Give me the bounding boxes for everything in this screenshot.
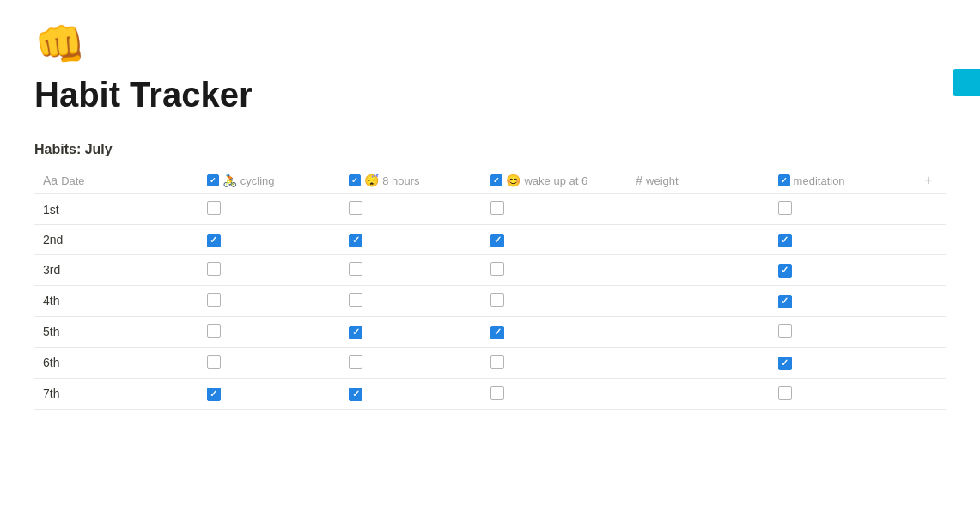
cell-hours-5[interactable] [340, 347, 482, 378]
col-header-cycling[interactable]: 🚴 cycling [198, 168, 340, 194]
checkbox-unchecked-meditation[interactable] [778, 201, 792, 215]
col-header-weight: # weight [627, 168, 769, 194]
cell-hours-3[interactable] [340, 285, 482, 316]
checkbox-unchecked-hours[interactable] [349, 293, 362, 307]
habit-tracker-table: Aa Date 🚴 cycling 😴 8 hours [34, 168, 946, 410]
cell-meditation-6[interactable] [770, 378, 911, 409]
cell-wake-1[interactable] [482, 225, 627, 255]
col-header-add[interactable]: + [911, 168, 946, 194]
cell-meditation-5[interactable] [770, 347, 911, 378]
table-header-row: Aa Date 🚴 cycling 😴 8 hours [34, 168, 946, 194]
checkbox-checked-hours[interactable] [349, 326, 362, 339]
checkbox-unchecked-cycling[interactable] [207, 293, 221, 307]
col-label-date: Date [61, 174, 84, 187]
col-checkbox-meditation[interactable] [778, 174, 790, 186]
cell-date-3: 4th [34, 285, 198, 316]
cell-weight-0[interactable] [627, 194, 769, 225]
checkbox-checked-meditation[interactable] [778, 357, 792, 370]
cell-weight-5[interactable] [627, 347, 769, 378]
cell-meditation-1[interactable] [770, 225, 911, 255]
cell-hours-0[interactable] [340, 194, 482, 225]
checkbox-checked-hours[interactable] [349, 234, 362, 247]
checkbox-unchecked-wake[interactable] [490, 262, 504, 276]
col-label-hours: 8 hours [382, 174, 419, 187]
checkbox-checked-meditation[interactable] [778, 234, 792, 247]
checkbox-unchecked-wake[interactable] [490, 293, 504, 307]
col-checkbox-wake[interactable] [490, 174, 502, 186]
cell-weight-4[interactable] [627, 316, 769, 347]
table-row: 7th [34, 378, 946, 409]
checkbox-checked-meditation[interactable] [778, 264, 792, 278]
cell-cycling-3[interactable] [198, 285, 340, 316]
cell-hours-2[interactable] [340, 254, 482, 285]
cell-wake-5[interactable] [482, 347, 627, 378]
checkbox-checked-meditation[interactable] [778, 295, 792, 308]
cell-wake-4[interactable] [482, 316, 627, 347]
cell-hours-6[interactable] [340, 378, 482, 409]
cell-wake-2[interactable] [482, 254, 627, 285]
cell-add-1 [911, 225, 946, 255]
cell-date-4: 5th [34, 316, 198, 347]
cell-date-5: 6th [34, 347, 198, 378]
checkbox-checked-wake[interactable] [490, 326, 504, 339]
table-row: 6th [34, 347, 946, 378]
cyan-side-button[interactable] [953, 69, 980, 96]
col-checkbox-cycling[interactable] [207, 174, 219, 186]
cell-wake-0[interactable] [482, 194, 627, 225]
cell-cycling-4[interactable] [198, 316, 340, 347]
col-checkbox-hours[interactable] [349, 174, 361, 186]
cell-meditation-0[interactable] [770, 194, 911, 225]
cell-cycling-2[interactable] [198, 254, 340, 285]
text-type-icon: Aa [43, 174, 58, 187]
cell-cycling-5[interactable] [198, 347, 340, 378]
cell-cycling-0[interactable] [198, 194, 340, 225]
checkbox-checked-cycling[interactable] [207, 388, 221, 401]
cell-cycling-6[interactable] [198, 378, 340, 409]
add-column-button[interactable]: + [924, 173, 932, 187]
col-label-meditation: meditation [794, 174, 845, 187]
cell-add-6 [911, 378, 946, 409]
checkbox-unchecked-cycling[interactable] [207, 324, 221, 338]
cell-meditation-2[interactable] [770, 254, 911, 285]
checkbox-unchecked-wake[interactable] [490, 355, 504, 369]
cell-weight-3[interactable] [627, 285, 769, 316]
checkbox-unchecked-hours[interactable] [349, 355, 362, 369]
cell-weight-2[interactable] [627, 254, 769, 285]
cell-add-3 [911, 285, 946, 316]
cell-add-2 [911, 254, 946, 285]
checkbox-unchecked-meditation[interactable] [778, 386, 792, 400]
checkbox-unchecked-cycling[interactable] [207, 201, 221, 215]
checkbox-unchecked-wake[interactable] [490, 201, 504, 215]
cell-weight-6[interactable] [627, 378, 769, 409]
col-label-cycling: cycling [240, 174, 275, 187]
table-row: 4th [34, 285, 946, 316]
cell-meditation-3[interactable] [770, 285, 911, 316]
checkbox-checked-cycling[interactable] [207, 234, 221, 247]
cycling-icon: 🚴 [222, 174, 237, 187]
page-title: Habit Tracker [34, 76, 946, 114]
col-header-wake[interactable]: 😊 wake up at 6 [482, 168, 627, 194]
checkbox-unchecked-hours[interactable] [349, 201, 362, 215]
col-header-hours[interactable]: 😴 8 hours [340, 168, 482, 194]
cell-weight-1[interactable] [627, 225, 769, 255]
col-label-weight: weight [646, 174, 679, 187]
checkbox-unchecked-cycling[interactable] [207, 262, 221, 276]
cell-wake-3[interactable] [482, 285, 627, 316]
cell-cycling-1[interactable] [198, 225, 340, 255]
cell-meditation-4[interactable] [770, 316, 911, 347]
page-emoji: 👊 [34, 21, 946, 69]
col-header-date: Aa Date [34, 168, 198, 194]
sleep-icon: 😴 [364, 174, 379, 187]
checkbox-unchecked-cycling[interactable] [207, 355, 221, 369]
checkbox-checked-hours[interactable] [349, 388, 362, 401]
col-header-meditation[interactable]: meditation [770, 168, 911, 194]
cell-add-5 [911, 347, 946, 378]
cell-hours-1[interactable] [340, 225, 482, 255]
cell-wake-6[interactable] [482, 378, 627, 409]
checkbox-unchecked-wake[interactable] [490, 386, 504, 400]
cell-hours-4[interactable] [340, 316, 482, 347]
checkbox-unchecked-hours[interactable] [349, 262, 362, 276]
cell-add-4 [911, 316, 946, 347]
checkbox-unchecked-meditation[interactable] [778, 324, 792, 338]
checkbox-checked-wake[interactable] [490, 234, 504, 247]
